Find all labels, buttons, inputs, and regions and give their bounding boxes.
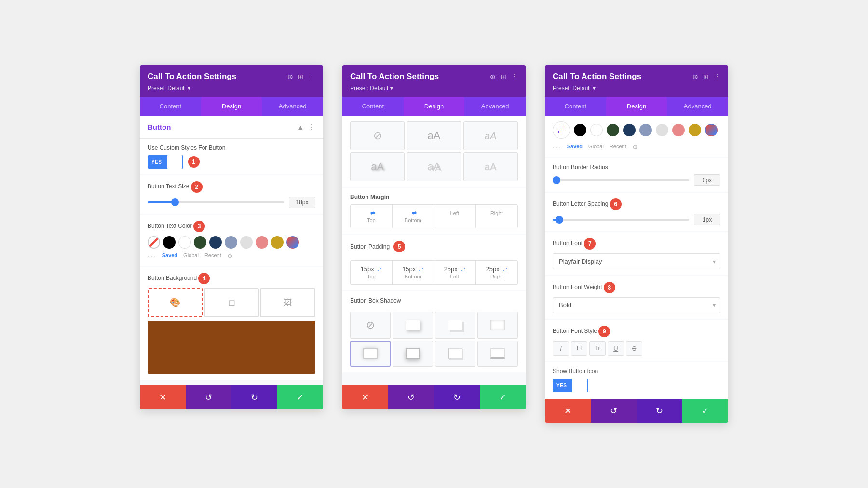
text-size-value[interactable]: 18px [289,197,315,208]
bg-image-option[interactable]: 🖼 [260,288,315,317]
custom-styles-toggle[interactable]: YES [148,155,183,169]
bg-color-option[interactable]: 🎨 [148,288,203,317]
tab-design-1[interactable]: Design [201,97,262,116]
color-swatch-white[interactable] [178,236,191,249]
shadow-1-option[interactable] [393,312,433,339]
italic-button[interactable]: I [553,341,569,356]
more-icon[interactable]: ⋮ [309,73,315,80]
border-radius-value[interactable]: 0px [694,174,720,186]
font-weight-select[interactable]: Bold Normal Light [553,297,720,313]
more-colors-icon-3[interactable]: ··· [553,144,561,151]
color-swatch-gold[interactable] [271,236,284,249]
color-swatch-black[interactable] [163,236,176,249]
tab-advanced-1[interactable]: Advanced [262,97,323,116]
text-size-track[interactable] [148,201,284,203]
margin-bottom-link[interactable]: ⇌ [412,210,417,216]
padding-top-link[interactable]: ⇌ [377,266,382,273]
color3-gradient[interactable] [705,124,718,136]
shadow-5-option[interactable] [393,341,433,367]
uppercase-button[interactable]: TT [571,341,587,356]
cancel-button-2[interactable]: ✕ [342,385,388,409]
tab-content-1[interactable]: Content [140,97,201,116]
border-radius-thumb[interactable] [553,176,560,184]
chevron-up-icon[interactable]: ▲ [297,123,304,131]
shadow-3-option[interactable] [477,312,518,339]
padding-left-link[interactable]: ⇌ [461,266,465,273]
color-tab-global[interactable]: Global [183,252,199,260]
underline-button[interactable]: U [608,341,624,356]
shadow-6-option[interactable] [435,341,475,367]
save-button-1[interactable]: ✓ [277,385,323,409]
tab-design-2[interactable]: Design [404,97,465,116]
show-icon-toggle[interactable]: YES [553,379,588,392]
save-button-2[interactable]: ✓ [480,385,526,409]
color3-white[interactable] [590,124,603,136]
tab-advanced-3[interactable]: Advanced [667,97,728,116]
color3-black[interactable] [574,124,586,136]
shadow-2-option[interactable] [435,312,475,339]
color-swatch-gradient[interactable] [286,236,299,249]
color3-navy[interactable] [623,124,636,136]
tab-content-2[interactable]: Content [342,97,404,116]
tab-content-3[interactable]: Content [545,97,606,116]
cancel-button-1[interactable]: ✕ [140,385,186,409]
undo-button-2[interactable]: ↺ [388,385,434,409]
target-icon-3[interactable]: ⊕ [692,73,698,80]
color-swatch-transparent[interactable] [148,236,160,249]
grid-icon-2[interactable]: ⊞ [501,73,506,80]
redo-button-2[interactable]: ↻ [434,385,480,409]
color-swatch-pink[interactable] [256,236,268,249]
more-icon-2[interactable]: ⋮ [511,73,518,80]
target-icon[interactable]: ⊕ [287,73,293,80]
color-tab-recent[interactable]: Recent [204,252,221,260]
font-shadow3-option[interactable]: aA [463,152,518,181]
tab-design-3[interactable]: Design [606,97,667,116]
color3-blue[interactable] [639,124,652,136]
font-none-option[interactable]: ⊘ [350,121,405,150]
bg-gradient-option[interactable]: ◻ [204,288,259,317]
panel-2-preset[interactable]: Preset: Default ▾ [350,85,393,92]
color-tab-saved[interactable]: Saved [162,252,177,260]
target-icon-2[interactable]: ⊕ [490,73,496,80]
more-icon-3[interactable]: ⋮ [714,73,720,80]
color-gear-icon[interactable]: ⚙ [227,252,233,260]
color3-green[interactable] [607,124,619,136]
shadow-4-option[interactable] [350,341,391,367]
color3-gold[interactable] [689,124,701,136]
cancel-button-3[interactable]: ✕ [545,399,591,423]
margin-top-link[interactable]: ⇌ [370,210,375,216]
color-swatch-navy[interactable] [209,236,222,249]
color-swatch-blue[interactable] [225,236,237,249]
color-tab-recent-3[interactable]: Recent [610,144,626,151]
text-size-thumb[interactable] [171,198,179,206]
section-dots-icon[interactable]: ⋮ [308,122,315,132]
letter-spacing-value[interactable]: 1px [694,214,720,225]
more-colors-icon[interactable]: ··· [148,252,156,260]
tab-advanced-2[interactable]: Advanced [464,97,526,116]
redo-button-3[interactable]: ↻ [637,399,682,423]
eyedropper-button[interactable]: 🖊 [553,121,570,139]
padding-bottom-link[interactable]: ⇌ [419,266,423,273]
capitalize-button[interactable]: Tr [589,341,606,356]
shadow-none-option[interactable]: ⊘ [350,312,391,339]
strikethrough-button[interactable]: S [626,341,642,356]
font-select[interactable]: Playfair Display Arial Georgia [553,253,720,269]
color3-pink[interactable] [672,124,685,136]
color-tab-saved-3[interactable]: Saved [567,144,583,151]
letter-spacing-track[interactable] [553,219,689,221]
color3-light[interactable] [656,124,668,136]
save-button-3[interactable]: ✓ [682,399,728,423]
padding-right-link[interactable]: ⇌ [502,266,507,273]
redo-button-1[interactable]: ↻ [231,385,277,409]
font-shadow1-option[interactable]: aA [350,152,405,181]
grid-icon-3[interactable]: ⊞ [703,73,709,80]
border-radius-track[interactable] [553,179,689,181]
font-normal-option[interactable]: aA [407,121,461,150]
color-tab-global-3[interactable]: Global [588,144,604,151]
panel-1-preset[interactable]: Preset: Default ▾ [148,85,190,92]
font-shadow2-option[interactable]: aA [407,152,461,181]
undo-button-3[interactable]: ↺ [591,399,637,423]
color-gear-icon-3[interactable]: ⚙ [632,144,638,151]
letter-spacing-thumb[interactable] [556,216,563,224]
grid-icon[interactable]: ⊞ [298,73,304,80]
